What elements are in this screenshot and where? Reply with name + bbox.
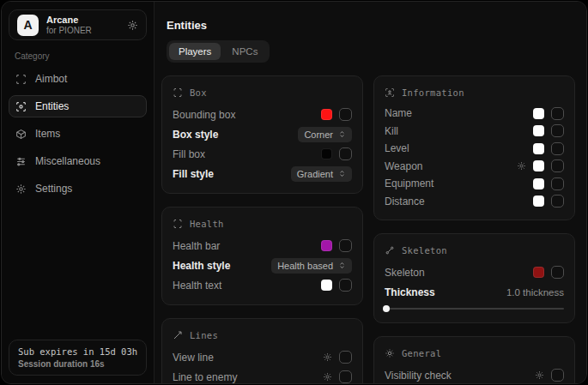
subscription-expiry: Sub expires in 15d 03h	[18, 346, 137, 357]
row-label: Kill	[385, 125, 398, 137]
row-distance: Distance	[385, 193, 564, 211]
health-style-dropdown[interactable]: Health based	[271, 258, 352, 274]
row-label: Name	[385, 107, 412, 119]
panel-skeleton-header: Skeleton	[385, 242, 564, 259]
row-skeleton: Skeleton	[385, 262, 564, 282]
app-subtitle: for PIONER	[46, 26, 119, 36]
row-label: Level	[385, 142, 409, 154]
sidebar-nav: Aimbot Entities Items Miscellaneous	[9, 68, 147, 200]
color-swatch[interactable]	[321, 109, 332, 120]
sidebar-item-label: Items	[35, 128, 60, 140]
chevrons-up-down-icon	[338, 170, 346, 177]
checkbox[interactable]	[339, 351, 352, 364]
sidebar: A Arcane for PIONER Category Aimbot	[2, 2, 155, 383]
color-swatch[interactable]	[533, 125, 544, 136]
checkbox[interactable]	[551, 159, 564, 172]
color-swatch[interactable]	[321, 148, 332, 159]
checkbox[interactable]	[551, 369, 564, 382]
row-label: Distance	[385, 196, 425, 208]
checkbox[interactable]	[339, 147, 352, 160]
box-style-dropdown[interactable]: Corner	[298, 127, 352, 142]
gear-icon[interactable]	[517, 161, 526, 171]
checkbox[interactable]	[551, 107, 564, 120]
gear-icon[interactable]	[323, 352, 332, 362]
panel-title: Skeleton	[402, 245, 447, 256]
row-fill-box: Fill box	[173, 144, 352, 164]
checkbox[interactable]	[339, 239, 352, 252]
row-label: Skeleton	[385, 267, 425, 279]
thickness-value: 1.0 thickness	[506, 287, 564, 298]
color-swatch[interactable]	[533, 178, 544, 189]
logo-card: A Arcane for PIONER	[9, 9, 147, 40]
row-equipment: Equipment	[385, 175, 564, 193]
row-label: Fill style	[173, 168, 214, 180]
row-label: Line to enemy	[173, 371, 237, 383]
color-swatch[interactable]	[533, 108, 544, 119]
row-kill: Kill	[385, 123, 564, 141]
panel-title: Box	[190, 87, 207, 98]
color-swatch[interactable]	[533, 196, 544, 207]
session-duration: Session duration 16s	[18, 359, 137, 369]
right-column: Information Name Kill	[373, 75, 575, 384]
color-swatch[interactable]	[533, 143, 544, 154]
panel-columns: Box Bounding box Box style Corner	[161, 75, 575, 384]
row-name: Name	[385, 105, 564, 123]
sidebar-item-aimbot[interactable]: Aimbot	[9, 68, 147, 90]
brackets-icon	[173, 219, 183, 229]
sidebar-item-settings[interactable]: Settings	[9, 177, 147, 200]
checkbox[interactable]	[551, 177, 564, 190]
row-label: Visibility check	[385, 370, 452, 382]
color-swatch[interactable]	[321, 240, 332, 251]
color-swatch[interactable]	[533, 267, 544, 278]
panel-information: Information Name Kill	[373, 75, 575, 220]
color-swatch[interactable]	[533, 160, 544, 171]
slider-thumb[interactable]	[383, 305, 390, 312]
panel-health: Health Health bar Health style Health ba…	[161, 207, 363, 305]
checkbox[interactable]	[339, 370, 352, 383]
checkbox[interactable]	[339, 279, 352, 292]
scan-icon	[15, 74, 27, 85]
page-title: Entities	[167, 19, 575, 32]
tab-players[interactable]: Players	[169, 43, 221, 60]
color-swatch[interactable]	[321, 280, 332, 291]
panel-general-header: General	[385, 345, 564, 362]
panel-lines: Lines View line Line to enemy	[161, 318, 363, 384]
row-label: Thickness	[385, 286, 435, 298]
gear-icon	[15, 183, 27, 195]
gear-icon[interactable]	[323, 372, 332, 382]
sidebar-item-miscellaneous[interactable]: Miscellaneous	[9, 150, 147, 172]
panel-title: Lines	[190, 330, 218, 340]
app-window: A Arcane for PIONER Category Aimbot	[1, 1, 587, 384]
sidebar-item-entities[interactable]: Entities	[9, 95, 147, 117]
row-weapon: Weapon	[385, 158, 564, 176]
checkbox[interactable]	[551, 124, 564, 137]
tab-bar: Players NPCs	[167, 40, 270, 63]
slider-track	[385, 308, 564, 310]
sidebar-item-label: Aimbot	[35, 73, 67, 85]
panel-box-header: Box	[173, 84, 352, 101]
gear-icon[interactable]	[535, 370, 544, 380]
panel-information-header: Information	[385, 84, 564, 101]
panel-title: Information	[402, 87, 464, 98]
sidebar-item-items[interactable]: Items	[9, 123, 147, 145]
row-health-text: Health text	[173, 275, 352, 295]
checkbox[interactable]	[339, 108, 352, 121]
row-health-bar: Health bar	[173, 236, 352, 256]
logo-text: Arcane for PIONER	[46, 15, 119, 35]
sidebar-item-label: Miscellaneous	[35, 155, 100, 167]
row-label: Health style	[173, 260, 230, 272]
tab-npcs[interactable]: NPCs	[222, 43, 267, 60]
gear-icon[interactable]	[127, 20, 138, 31]
scan-eye-icon	[15, 101, 27, 112]
dropdown-value: Gradient	[297, 169, 333, 179]
sidebar-item-label: Settings	[35, 183, 72, 195]
checkbox[interactable]	[551, 266, 564, 279]
app-logo: A	[17, 15, 39, 36]
checkbox[interactable]	[551, 142, 564, 155]
fill-style-dropdown[interactable]: Gradient	[291, 166, 352, 182]
thickness-slider[interactable]	[385, 304, 564, 313]
row-label: Fill box	[173, 148, 205, 160]
panel-title: Health	[190, 219, 224, 229]
checkbox[interactable]	[551, 195, 564, 208]
row-label: Equipment	[385, 177, 433, 189]
